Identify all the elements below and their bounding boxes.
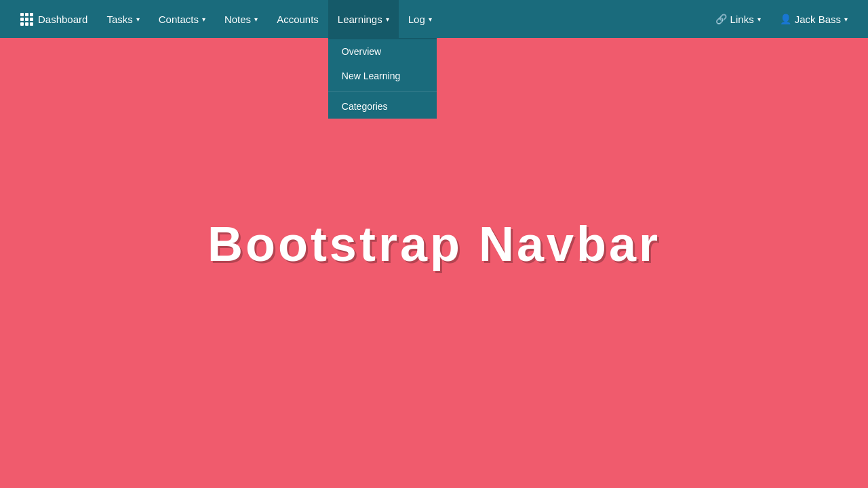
log-label: Log [408, 14, 425, 25]
navbar-right: 🔗 Links ▾ 👤 Jack Bass ▾ [706, 0, 857, 38]
navbar: Dashboard Tasks ▾ Contacts ▾ Notes ▾ Acc… [0, 0, 868, 38]
dropdown-divider [328, 91, 437, 92]
tasks-label: Tasks [106, 14, 132, 25]
nav-brand[interactable]: Dashboard [11, 0, 97, 38]
nav-item-accounts[interactable]: Accounts [267, 0, 328, 38]
nav-item-notes[interactable]: Notes ▾ [215, 0, 267, 38]
nav-item-contacts[interactable]: Contacts ▾ [149, 0, 215, 38]
user-icon: 👤 [780, 14, 791, 24]
log-caret: ▾ [429, 16, 432, 23]
user-caret: ▾ [844, 16, 848, 23]
notes-caret: ▾ [254, 16, 258, 23]
nav-item-links[interactable]: 🔗 Links ▾ [706, 0, 770, 38]
links-label: Links [730, 14, 754, 25]
accounts-label: Accounts [277, 14, 319, 25]
learnings-caret: ▾ [386, 16, 389, 23]
navbar-left: Dashboard Tasks ▾ Contacts ▾ Notes ▾ Acc… [11, 0, 706, 38]
dropdown-item-overview[interactable]: Overview [328, 39, 437, 64]
contacts-label: Contacts [159, 14, 199, 25]
nav-item-tasks[interactable]: Tasks ▾ [97, 0, 149, 38]
learnings-label: Learnings [338, 14, 382, 25]
dropdown-item-categories[interactable]: Categories [328, 94, 437, 119]
grid-icon [20, 13, 33, 26]
nav-item-learnings[interactable]: Learnings ▾ Overview New Learning Catego… [328, 0, 399, 38]
page-heading: Bootstrap Navbar [208, 216, 660, 272]
contacts-caret: ▾ [202, 16, 205, 23]
brand-label: Dashboard [38, 14, 87, 25]
user-label: Jack Bass [795, 14, 841, 25]
nav-item-log[interactable]: Log ▾ [399, 0, 441, 38]
dropdown-item-new-learning[interactable]: New Learning [328, 64, 437, 88]
learnings-dropdown: Overview New Learning Categories [328, 38, 437, 119]
tasks-caret: ▾ [136, 16, 140, 23]
nav-item-user[interactable]: 👤 Jack Bass ▾ [770, 0, 857, 38]
links-caret: ▾ [757, 16, 761, 23]
notes-label: Notes [224, 14, 251, 25]
link-icon: 🔗 [715, 14, 727, 24]
